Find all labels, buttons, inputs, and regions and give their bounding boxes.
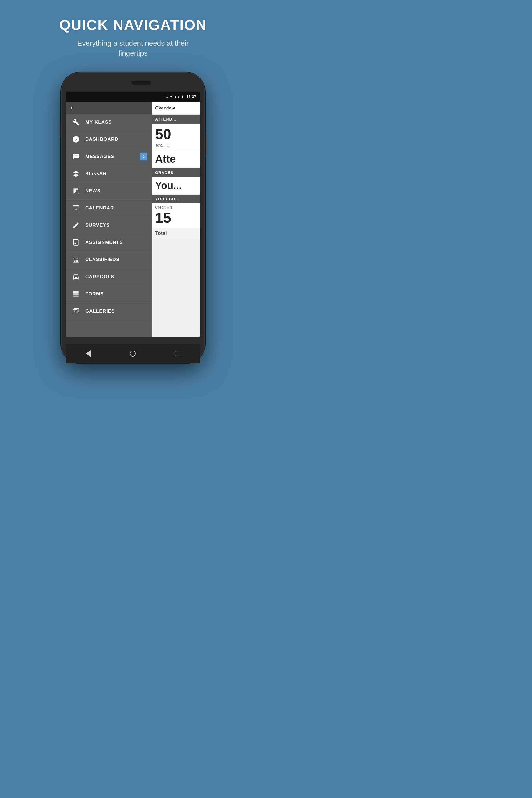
attendance-partial: Atte [152, 150, 200, 168]
total-label: Total [152, 228, 200, 239]
svg-rect-26 [73, 309, 77, 313]
svg-rect-1 [75, 138, 76, 140]
phone-body: ⊘ ▾ ▲▲ ▮ 11:37 ‹ [61, 72, 205, 363]
nav-label-klassar: KlassAR [86, 171, 107, 176]
klassar-icon [71, 169, 81, 179]
attendance-sub-label: Total H... [152, 142, 200, 150]
phone-nav-bar [66, 344, 200, 363]
back-button[interactable] [86, 350, 91, 357]
nav-label-classifieds: CLASSIFIEDS [86, 257, 119, 262]
home-button[interactable] [130, 350, 136, 357]
back-bar[interactable]: ‹ [66, 102, 152, 114]
nav-label-my-klass: MY KLASS [86, 119, 112, 125]
calendar-icon: 10 [71, 203, 81, 213]
forms-icon [71, 289, 81, 299]
signal-icon: ▲▲ [174, 95, 180, 98]
svg-rect-25 [73, 296, 79, 297]
grades-section-header: GRADES [152, 168, 200, 177]
my-klass-icon [71, 117, 81, 127]
nav-label-galleries: GALLERIES [86, 308, 115, 314]
classifieds-icon [71, 255, 81, 265]
svg-text:10: 10 [75, 208, 77, 211]
svg-point-17 [74, 258, 75, 259]
messages-badge: 0 [140, 153, 147, 160]
volume-button [60, 122, 61, 136]
battery-icon: ▮ [182, 94, 184, 99]
svg-rect-3 [73, 189, 78, 190]
nav-label-forms: FORMS [86, 291, 103, 297]
nav-label-calendar: CALENDAR [86, 205, 114, 211]
nav-item-classifieds[interactable]: CLASSIFIEDS [66, 251, 152, 268]
attendance-number: 50 [152, 124, 200, 142]
phone-screen: ⊘ ▾ ▲▲ ▮ 11:37 ‹ [66, 92, 200, 337]
app-content: ‹ MY KLASS DASH [66, 102, 200, 337]
nav-item-klassar[interactable]: KlassAR [66, 166, 152, 183]
svg-rect-23 [73, 291, 79, 293]
wifi-icon: ▾ [170, 94, 172, 99]
your-courses-section-header: YOUR CO... [152, 194, 200, 203]
nav-item-messages[interactable]: MESSAGES 0 [66, 148, 152, 166]
page-subtitle: Everything a student needs at their fing… [64, 38, 202, 58]
nav-label-news: NEWS [86, 188, 100, 194]
phone-speaker [132, 81, 151, 84]
nav-item-dashboard[interactable]: DASHBOARD [66, 131, 152, 148]
nav-item-forms[interactable]: FORMS [66, 286, 152, 303]
nav-drawer: ‹ MY KLASS DASH [66, 102, 152, 337]
nav-item-calendar[interactable]: 10 CALENDAR [66, 200, 152, 217]
status-time: 11:37 [186, 94, 196, 99]
dashboard-icon [71, 134, 81, 144]
nav-label-assignments: ASSIGNMENTS [86, 240, 123, 245]
back-chevron-icon[interactable]: ‹ [70, 104, 72, 111]
news-icon [71, 186, 81, 196]
svg-rect-24 [73, 293, 79, 296]
nav-item-surveys[interactable]: SURVEYS [66, 217, 152, 234]
status-bar: ⊘ ▾ ▲▲ ▮ 11:37 [66, 92, 200, 102]
assignments-icon [71, 238, 81, 247]
carpools-icon [71, 272, 81, 282]
overview-panel: Overview ATTEND... 50 Total H... Atte GR… [152, 102, 200, 337]
status-icons: ⊘ ▾ ▲▲ ▮ 11:37 [166, 94, 196, 99]
nav-item-galleries[interactable]: GALLERIES [66, 303, 152, 320]
messages-icon [71, 152, 81, 162]
nav-label-dashboard: DASHBOARD [86, 137, 119, 142]
nav-item-carpools[interactable]: CARPOOLS [66, 268, 152, 286]
phone-mockup: ⊘ ▾ ▲▲ ▮ 11:37 ‹ [61, 72, 205, 363]
nav-label-messages: MESSAGES [86, 154, 114, 159]
nav-label-surveys: SURVEYS [86, 223, 110, 228]
overview-header: Overview [152, 102, 200, 115]
nav-label-carpools: CARPOOLS [86, 274, 114, 280]
grades-value: You... [152, 177, 200, 194]
surveys-icon [71, 220, 81, 230]
svg-rect-12 [73, 240, 78, 246]
nav-item-assignments[interactable]: ASSIGNMENTS [66, 234, 152, 251]
svg-rect-27 [74, 309, 78, 312]
svg-point-20 [74, 260, 75, 261]
credit-number: 15 [152, 210, 200, 228]
page-title: QUICK NAVIGATION [59, 17, 207, 33]
do-not-disturb-icon: ⊘ [166, 94, 169, 99]
attendance-section-header: ATTEND... [152, 115, 200, 124]
galleries-icon [71, 306, 81, 316]
nav-item-my-klass[interactable]: MY KLASS [66, 114, 152, 131]
credit-label: Credit Hrs [152, 203, 200, 210]
power-button [205, 133, 206, 155]
nav-item-news[interactable]: NEWS [66, 183, 152, 200]
recents-button[interactable] [175, 351, 180, 356]
